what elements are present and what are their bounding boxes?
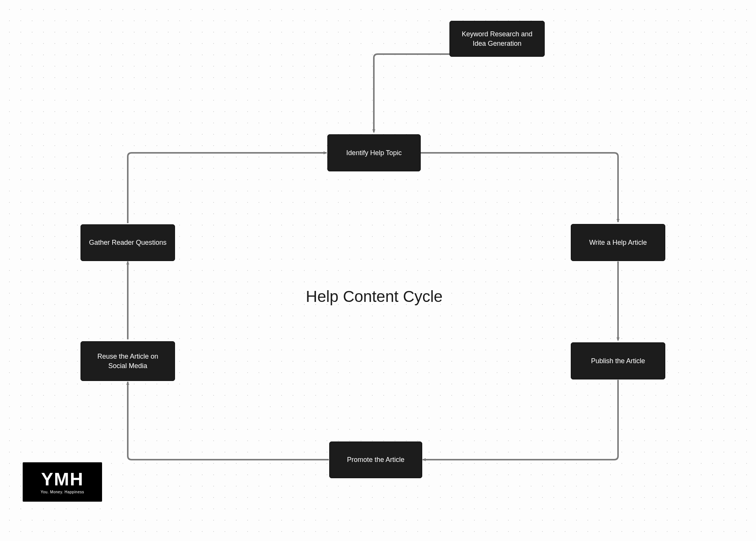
node-identify-topic[interactable]: Identify Help Topic bbox=[327, 134, 421, 171]
edge-gather-to-identify bbox=[128, 153, 327, 223]
node-label: Keyword Research and Idea Generation bbox=[457, 30, 538, 48]
brand-logo-sub: You. Money. Happiness bbox=[40, 490, 84, 494]
node-label: Reuse the Article on Social Media bbox=[88, 352, 168, 370]
diagram-canvas[interactable]: Keyword Research and Idea Generation Ide… bbox=[0, 0, 756, 541]
node-reuse-social[interactable]: Reuse the Article on Social Media bbox=[81, 341, 175, 381]
node-publish-article[interactable]: Publish the Article bbox=[571, 342, 665, 379]
node-promote-article[interactable]: Promote the Article bbox=[329, 442, 422, 478]
node-label: Publish the Article bbox=[591, 356, 645, 365]
node-label: Write a Help Article bbox=[589, 238, 647, 247]
node-label: Promote the Article bbox=[347, 455, 404, 464]
edge-keyword-to-identify bbox=[374, 54, 449, 132]
brand-logo: YMH You. Money. Happiness bbox=[23, 462, 102, 502]
node-label: Gather Reader Questions bbox=[89, 238, 166, 247]
node-write-article[interactable]: Write a Help Article bbox=[571, 224, 665, 261]
edge-publish-to-promote bbox=[423, 380, 618, 460]
node-keyword-research[interactable]: Keyword Research and Idea Generation bbox=[449, 21, 545, 57]
brand-logo-main: YMH bbox=[41, 470, 84, 488]
node-label: Identify Help Topic bbox=[346, 148, 402, 157]
diagram-title: Help Content Cycle bbox=[261, 288, 488, 306]
edge-promote-to-reuse bbox=[128, 382, 329, 460]
node-gather-questions[interactable]: Gather Reader Questions bbox=[81, 224, 175, 261]
edge-identify-to-write bbox=[421, 153, 618, 222]
